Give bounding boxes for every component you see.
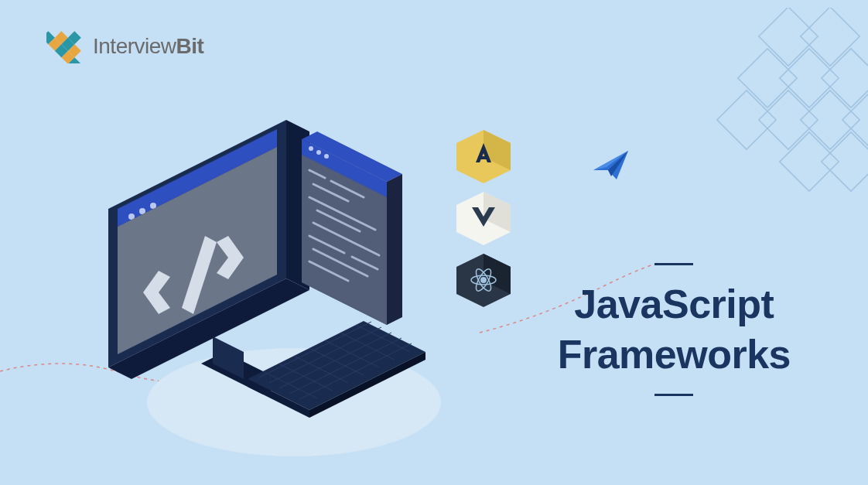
svg-rect-12 <box>780 49 839 108</box>
title-decoration-top <box>654 263 693 265</box>
paper-plane-icon <box>589 147 636 186</box>
grid-decoration <box>682 8 868 224</box>
svg-rect-9 <box>759 8 818 66</box>
svg-rect-19 <box>822 132 868 191</box>
svg-rect-14 <box>717 91 776 149</box>
title-decoration-bottom <box>654 394 693 396</box>
svg-point-25 <box>324 154 329 159</box>
svg-rect-13 <box>822 49 868 108</box>
page-title: JavaScript Frameworks <box>558 279 791 380</box>
logo-icon <box>46 29 85 63</box>
react-icon <box>456 254 511 307</box>
svg-rect-16 <box>801 91 859 149</box>
angular-icon <box>456 130 511 183</box>
brand-logo: InterviewBit <box>46 29 203 63</box>
framework-icons-stack <box>449 116 518 313</box>
svg-rect-15 <box>759 91 818 149</box>
computer-illustration <box>85 85 518 456</box>
svg-rect-10 <box>801 8 859 66</box>
svg-rect-11 <box>738 49 797 108</box>
title-block: JavaScript Frameworks <box>558 263 791 396</box>
vue-icon <box>456 192 511 245</box>
svg-point-48 <box>480 277 487 283</box>
svg-rect-18 <box>780 132 839 191</box>
brand-name: InterviewBit <box>93 34 203 59</box>
svg-rect-17 <box>842 91 868 149</box>
svg-point-24 <box>316 150 321 155</box>
svg-point-23 <box>309 146 313 151</box>
